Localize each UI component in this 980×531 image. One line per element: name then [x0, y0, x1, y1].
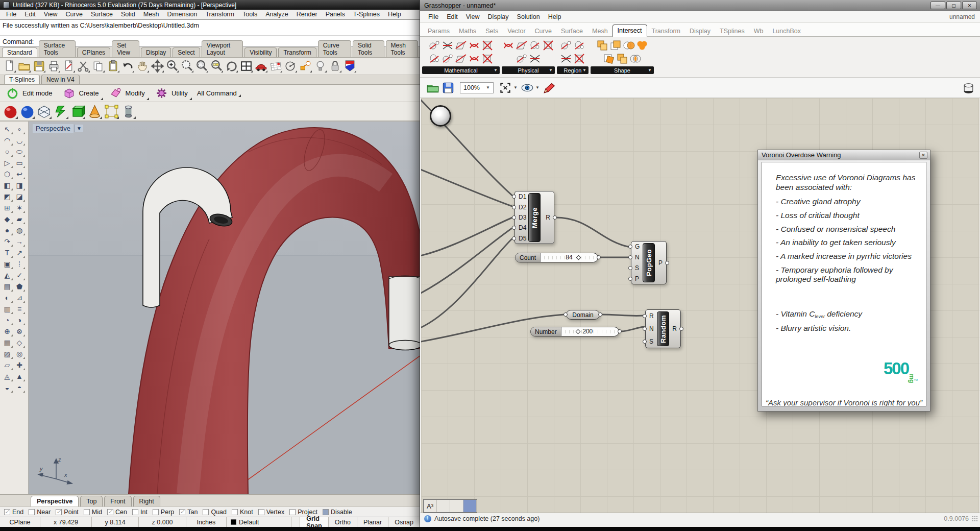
intersect-tool-icon[interactable]: [468, 52, 481, 65]
palette-tool-icon[interactable]: ◍: [13, 225, 26, 236]
input-nub[interactable]: [512, 215, 516, 220]
zoom-dropdown[interactable]: 100%▼: [460, 82, 494, 93]
viewport-tab[interactable]: Perspective: [31, 496, 79, 506]
toolbar-tab[interactable]: Surface Tools: [39, 40, 76, 57]
palette-tool-icon[interactable]: ◡: [13, 135, 26, 146]
menu-item[interactable]: Render: [292, 11, 322, 18]
osnap-checkbox-knot[interactable]: Knot: [232, 509, 253, 516]
wireframe-cylinder[interactable]: [389, 276, 420, 350]
intersect-tool-icon[interactable]: [454, 39, 468, 52]
output-nub[interactable]: [665, 261, 669, 265]
toolbar-tab[interactable]: Visibility: [244, 47, 277, 57]
palette-tool-icon[interactable]: ∘: [13, 124, 26, 135]
menu-item[interactable]: Help: [384, 11, 405, 18]
rhino-viewport[interactable]: Perspective ▼ z y x: [29, 122, 420, 494]
intersect-tool-icon[interactable]: [542, 39, 555, 52]
toolbar-tab[interactable]: CPlanes: [77, 47, 110, 57]
tsplines-button[interactable]: Edit mode: [3, 85, 58, 101]
category-tab[interactable]: Display: [685, 26, 715, 37]
input-nub[interactable]: [628, 277, 632, 281]
grasshopper-titlebar[interactable]: Grasshopper - unnamed* — ▢ ✕: [420, 0, 980, 11]
intersect-tool-icon[interactable]: [428, 52, 441, 65]
palette-tool-icon[interactable]: ◑: [13, 315, 26, 326]
intersect-tool-icon[interactable]: [596, 39, 609, 52]
menu-item[interactable]: Edit: [443, 13, 462, 20]
palette-tool-icon[interactable]: ▤: [1, 281, 13, 292]
palette-tool-icon[interactable]: ▰: [13, 213, 26, 225]
osnap-checkbox-vertex[interactable]: Vertex: [258, 509, 284, 516]
output-nub[interactable]: [679, 327, 683, 331]
intersect-tool-icon[interactable]: [441, 39, 454, 52]
category-tab[interactable]: Wb: [749, 26, 768, 37]
palette-tool-icon[interactable]: ↷: [1, 236, 13, 247]
palette-tool-icon[interactable]: ▱: [1, 359, 13, 371]
radius-icon[interactable]: [284, 59, 298, 73]
group-label[interactable]: Region▼: [557, 66, 589, 74]
slider-handle[interactable]: [575, 329, 580, 334]
save-icon[interactable]: [32, 59, 46, 73]
new-file-icon[interactable]: [3, 59, 16, 73]
menu-item[interactable]: Panels: [322, 11, 349, 18]
palette-tool-icon[interactable]: ◭: [1, 270, 13, 281]
category-tab[interactable]: Mesh: [587, 26, 612, 37]
tsplines-tab[interactable]: T-Splines: [4, 75, 40, 84]
input-nub[interactable]: [512, 226, 516, 230]
status-toggle-planar[interactable]: Planar: [357, 517, 388, 527]
grasshopper-canvas[interactable]: D1 D2 D3 D4 D5 Merge R Count 84: [421, 98, 979, 513]
input-nub[interactable]: [564, 312, 568, 317]
group-label[interactable]: Shape▼: [591, 66, 654, 74]
status-toggle-osnap[interactable]: Osnap: [388, 517, 420, 527]
save-document-icon[interactable]: [441, 81, 455, 95]
palette-tool-icon[interactable]: ▨: [1, 348, 13, 359]
palette-tool-icon[interactable]: ◧: [1, 180, 13, 191]
palette-tool-icon[interactable]: ◐: [1, 292, 13, 303]
paste-icon[interactable]: [106, 59, 120, 73]
slider-track[interactable]: 200: [561, 327, 619, 336]
status-toggle-grid-snap[interactable]: Grid Snap: [300, 517, 328, 527]
palette-tool-icon[interactable]: →: [13, 236, 26, 247]
viewport-menu-arrow[interactable]: ▼: [75, 125, 83, 132]
intersect-tool-icon[interactable]: [573, 39, 586, 52]
viewport-tab[interactable]: Front: [104, 496, 131, 506]
category-tab[interactable]: Params: [423, 26, 454, 37]
input-nub[interactable]: [512, 205, 516, 209]
osnap-checkbox-mid[interactable]: Mid: [84, 509, 102, 516]
tsplines-button[interactable]: Utility: [152, 85, 193, 101]
viewport-3d-scene[interactable]: [29, 122, 420, 494]
intersect-tool-icon[interactable]: [441, 52, 454, 65]
menu-item[interactable]: Transform: [201, 11, 238, 18]
component-name[interactable]: PopGeo: [643, 243, 655, 282]
bubbles-widget-icon[interactable]: [463, 500, 477, 512]
palette-tool-icon[interactable]: ▷: [1, 157, 13, 168]
slider-handle[interactable]: [576, 255, 581, 260]
merge-component[interactable]: D1 D2 D3 D4 D5 Merge R: [514, 191, 554, 244]
palette-tool-icon[interactable]: ▲: [13, 371, 26, 382]
canvas-navigation-sphere[interactable]: [430, 105, 451, 127]
tspline-bolt-icon[interactable]: [53, 104, 69, 119]
zoom-dynamic-icon[interactable]: [180, 59, 194, 73]
zoom-in-icon[interactable]: [165, 59, 179, 73]
intersect-tool-icon[interactable]: [481, 39, 494, 52]
osnap-checkbox-cen[interactable]: Cen: [107, 509, 127, 516]
input-nub[interactable]: [512, 195, 516, 199]
menu-item[interactable]: T-Splines: [349, 11, 384, 18]
category-tab[interactable]: TSplines: [715, 26, 749, 37]
palette-tool-icon[interactable]: ✚: [13, 359, 26, 371]
intersect-tool-icon[interactable]: [528, 39, 542, 52]
osnap-checkbox-int[interactable]: Int: [132, 509, 148, 516]
close-button[interactable]: ✕: [962, 2, 977, 9]
compass-widget-icon[interactable]: [437, 500, 450, 512]
menu-item[interactable]: Curve: [62, 11, 87, 18]
selection-frame-icon[interactable]: [104, 104, 119, 119]
blue-sphere-icon[interactable]: [19, 104, 35, 119]
zoom-extents-icon[interactable]: [498, 81, 512, 95]
intersect-tool-icon[interactable]: [622, 39, 635, 52]
menu-item[interactable]: Analyze: [261, 11, 292, 18]
palette-tool-icon[interactable]: ◒: [1, 382, 13, 393]
zoom-selected-icon[interactable]: [210, 59, 224, 73]
chevron-down-icon[interactable]: ▼: [535, 85, 540, 90]
palette-tool-icon[interactable]: ○: [1, 146, 13, 157]
osnap-checkbox-near[interactable]: Near: [29, 509, 51, 516]
toolbar-tab[interactable]: Standard: [2, 47, 37, 57]
layer-cell[interactable]: Default: [227, 517, 291, 527]
